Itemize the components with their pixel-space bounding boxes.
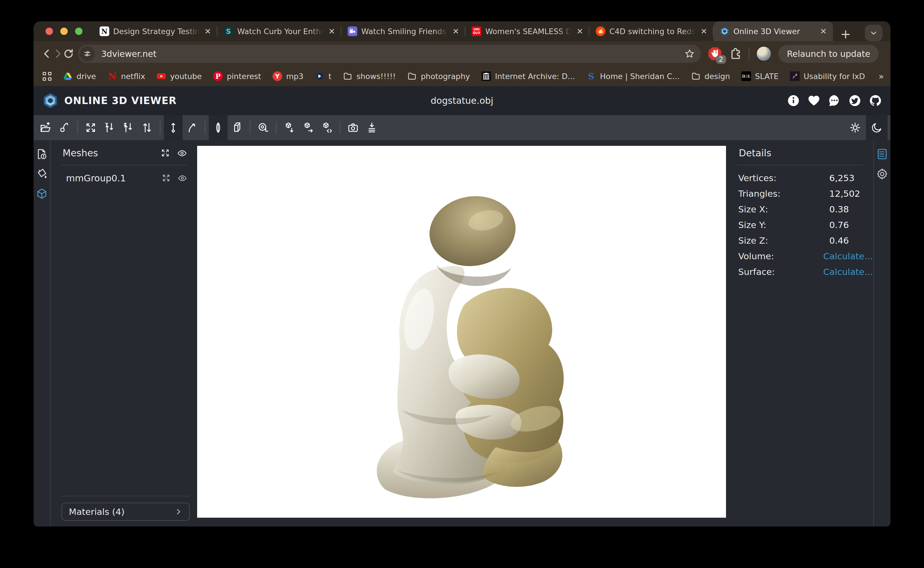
detail-label: Size Y: <box>738 220 829 230</box>
materials-label: Materials (4) <box>69 507 174 517</box>
adblock-badge: 2 <box>716 55 726 64</box>
apps-grid-icon[interactable] <box>40 72 54 81</box>
adblock-extension-icon[interactable]: 2 <box>707 46 723 61</box>
close-window-button[interactable] <box>45 27 53 35</box>
detail-row-size-y: Size Y: 0.76 <box>727 217 873 233</box>
fit-to-window-button[interactable] <box>81 115 100 140</box>
viewport-3d[interactable] <box>197 146 726 518</box>
fixed-up-axis-button[interactable] <box>164 115 183 140</box>
bookmark-internet-archive[interactable]: Internet Archive: D... <box>477 69 580 83</box>
bookmark-slate[interactable]: D2L SLATE <box>737 69 783 83</box>
materials-section: Materials (4) <box>61 496 190 521</box>
bookmark-label: Internet Archive: D... <box>495 72 575 81</box>
info-icon[interactable] <box>787 94 800 107</box>
light-theme-button[interactable] <box>844 115 866 140</box>
bookmark-sheridan[interactable]: S Home | Sheridan C... <box>582 69 684 83</box>
profile-avatar[interactable] <box>756 46 771 61</box>
bookmark-folder-design[interactable]: design <box>686 69 735 83</box>
measure-button[interactable] <box>254 115 273 140</box>
archive-icon <box>481 71 491 81</box>
url-text[interactable]: 3dviewer.net <box>101 49 685 59</box>
close-icon[interactable]: ✕ <box>327 27 336 36</box>
bookmark-drive[interactable]: drive <box>58 69 100 83</box>
tab-uniqlo[interactable]: UNIQLO Women's SEAMLESS DOV ✕ <box>465 21 589 41</box>
github-icon[interactable] <box>869 94 882 107</box>
bookmark-usability-ixd[interactable]: Usability for IxD <box>785 69 869 83</box>
relaunch-button[interactable]: Relaunch to update <box>779 45 879 63</box>
bookmark-folder-shows[interactable]: shows!!!!! <box>338 69 400 83</box>
screenshot-button[interactable] <box>344 115 362 140</box>
window-controls <box>33 27 93 35</box>
open-file-button[interactable] <box>36 115 55 140</box>
new-tab-button[interactable]: + <box>833 27 858 41</box>
bookmark-folder-photography[interactable]: photography <box>403 69 474 83</box>
loaded-file-name: dogstatue.obj <box>431 95 494 106</box>
dark-theme-button[interactable] <box>866 115 888 140</box>
calculate-surface-link[interactable]: Calculate... <box>823 267 873 277</box>
close-icon[interactable]: ✕ <box>700 27 708 36</box>
minimize-window-button[interactable] <box>60 27 68 35</box>
detail-label: Vertices: <box>738 173 829 183</box>
chat-icon[interactable] <box>828 94 841 107</box>
close-icon[interactable]: ✕ <box>819 27 828 36</box>
reload-button[interactable] <box>63 45 74 62</box>
mesh-list-item[interactable]: mmGroup0.1 <box>51 165 197 184</box>
mesh-visibility-eye-icon[interactable] <box>178 174 187 183</box>
fit-mesh-icon[interactable] <box>162 174 170 183</box>
bookmark-pinterest[interactable]: P pinterest <box>209 69 266 83</box>
twitter-icon[interactable] <box>848 94 862 107</box>
close-icon[interactable]: ✕ <box>451 27 460 36</box>
tab-smiling-friends[interactable]: Watch Smiling Friends Se ✕ <box>341 21 465 41</box>
tab-online-3d-viewer[interactable]: Online 3D Viewer ✕ <box>713 21 833 41</box>
edge-display-button[interactable] <box>209 115 227 140</box>
export-embed-button[interactable] <box>318 115 336 140</box>
back-button[interactable] <box>41 45 52 62</box>
bookmark-t[interactable]: t <box>311 69 336 83</box>
tab-c4d-redshift[interactable]: C4D switching to Redshift ✕ <box>589 21 713 41</box>
detail-row-surface: Surface: Calculate... <box>727 264 873 279</box>
bookmarks-overflow-button[interactable]: » <box>874 71 888 81</box>
netflix-icon: N <box>107 71 117 81</box>
fit-all-meshes-icon[interactable] <box>161 148 170 158</box>
extensions-icon[interactable] <box>729 47 742 60</box>
mesh-name: mmGroup0.1 <box>66 173 162 184</box>
bookmark-youtube[interactable]: youtube <box>152 69 206 83</box>
calculate-volume-link[interactable]: Calculate... <box>823 251 873 261</box>
materials-paint-icon[interactable] <box>36 168 48 180</box>
detail-row-size-x: Size X: 0.38 <box>727 201 873 217</box>
export-share-button[interactable] <box>299 115 318 140</box>
reddit-icon <box>596 26 605 36</box>
free-orbit-button[interactable] <box>183 115 201 140</box>
site-brand[interactable]: ONLINE 3D VIEWER <box>42 92 177 109</box>
flip-up-vector-button[interactable] <box>138 115 156 140</box>
tab-design-strategy[interactable]: N Design Strategy Testing p ✕ <box>93 21 217 41</box>
heart-icon[interactable] <box>807 94 821 107</box>
align-ground-button[interactable] <box>362 115 381 140</box>
bookmark-star-icon[interactable] <box>685 48 695 59</box>
maximize-window-button[interactable] <box>75 27 82 35</box>
bookmark-label: design <box>705 72 730 81</box>
tab-curb-your-enthusiasm[interactable]: S Watch Curb Your Enthusia ✕ <box>217 21 341 41</box>
set-z-up-button[interactable] <box>119 115 138 140</box>
bookmark-netflix[interactable]: N netflix <box>103 69 150 83</box>
close-icon[interactable]: ✕ <box>576 27 584 36</box>
file-info-icon[interactable] <box>36 148 48 160</box>
omnibox[interactable]: 3dviewer.net <box>78 45 701 63</box>
tab-search-button[interactable] <box>865 25 883 41</box>
export-download-button[interactable] <box>280 115 299 140</box>
meshes-cube-icon[interactable] <box>36 188 48 200</box>
close-icon[interactable]: ✕ <box>203 27 212 36</box>
settings-gear-icon[interactable] <box>876 168 888 180</box>
bookmark-mp3[interactable]: Y mp3 <box>268 69 308 83</box>
forward-button[interactable] <box>52 45 63 62</box>
open-url-button[interactable] <box>55 115 74 140</box>
bookmark-label: Home | Sheridan C... <box>600 72 679 81</box>
materials-expander[interactable]: Materials (4) <box>61 503 190 521</box>
details-list-icon[interactable] <box>876 148 888 160</box>
site-settings-icon[interactable] <box>80 46 95 61</box>
browser-menu-icon[interactable]: ⋮ <box>886 48 891 59</box>
set-y-up-button[interactable] <box>100 115 119 140</box>
toggle-all-visibility-eye-icon[interactable] <box>177 148 187 158</box>
solid-display-button[interactable] <box>227 115 246 140</box>
detail-row-volume: Volume: Calculate... <box>727 248 873 264</box>
